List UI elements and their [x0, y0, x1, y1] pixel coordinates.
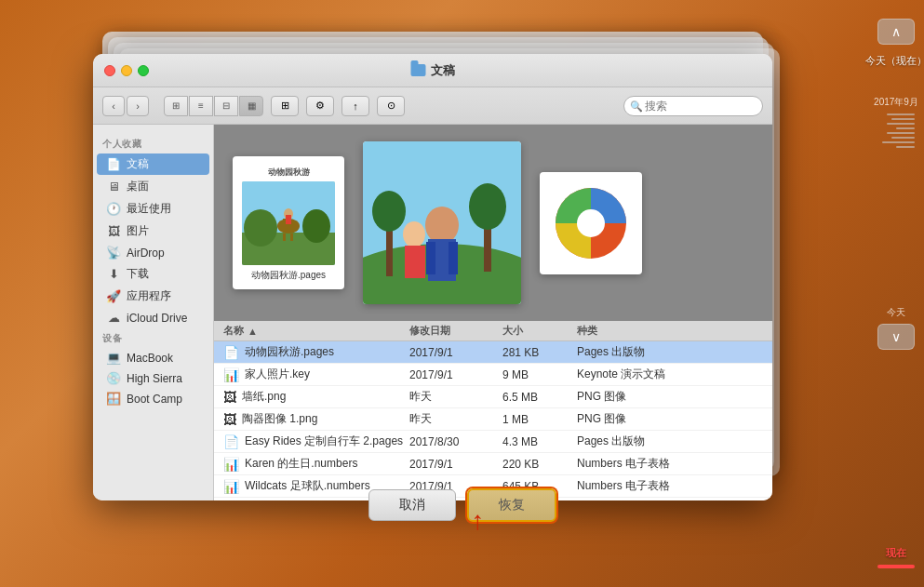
file-list-header: 名称 ▲ 修改日期 大小 种类 — [214, 321, 772, 341]
file-icon: 📊 — [223, 479, 239, 494]
file-name-cell: 📊 Karen 的生日.numbers — [223, 456, 409, 472]
photos-icon: 🖼 — [106, 224, 121, 238]
link-button[interactable]: ⊙ — [377, 96, 405, 116]
sidebar-item-documents[interactable]: 📄 文稿 — [97, 153, 209, 175]
restore-arrow-indicator: ↑ — [472, 506, 485, 536]
sidebar-item-desktop[interactable]: 🖥 桌面 — [97, 176, 209, 197]
sidebar-item-bootcamp[interactable]: 🪟 Boot Camp — [97, 389, 209, 408]
view-column-btn[interactable]: ⊟ — [214, 96, 238, 116]
search-input[interactable] — [623, 96, 763, 116]
title-bar: 文稿 — [93, 54, 772, 87]
file-list-area: 动物园秋游 — [214, 125, 772, 500]
svg-rect-14 — [426, 242, 435, 274]
applications-icon: 🚀 — [106, 289, 121, 303]
recents-icon: 🕐 — [106, 202, 121, 216]
finder-window: 文稿 ‹ › ⊞ ≡ ⊟ ▦ ⊞ ⚙ ↑ ⊙ 🔍 个人收藏 📄 — [93, 54, 772, 500]
preview-card-chart — [540, 172, 642, 274]
timeline-line — [887, 123, 915, 125]
sidebar-item-downloads[interactable]: ⬇ 下载 — [97, 263, 209, 285]
svg-point-21 — [372, 191, 406, 232]
file-list: 📄 动物园秋游.pages 2017/9/1 281 KB Pages 出版物 … — [214, 341, 772, 500]
cancel-button[interactable]: 取消 — [368, 489, 456, 521]
col-header-size: 大小 — [502, 324, 577, 338]
timeline-lines — [873, 113, 919, 301]
svg-point-2 — [244, 209, 277, 247]
file-icon: 🖼 — [223, 390, 236, 405]
table-row[interactable]: 📊 Karen 的生日.numbers 2017/9/1 220 KB Numb… — [214, 453, 772, 475]
timeline-line — [891, 118, 915, 120]
preview-card-pages: 动物园秋游 — [233, 156, 344, 289]
bootcamp-icon: 🪟 — [106, 392, 121, 406]
sidebar-item-applications[interactable]: 🚀 应用程序 — [97, 286, 209, 307]
timeline-line — [887, 113, 915, 115]
col-header-date: 修改日期 — [409, 324, 502, 338]
navigation-buttons: ‹ › — [102, 96, 149, 116]
minimize-button[interactable] — [121, 65, 132, 76]
sidebar-item-photos[interactable]: 🖼 图片 — [97, 220, 209, 242]
file-icon: 📊 — [223, 367, 239, 382]
file-name-cell: 🖼 墙纸.png — [223, 389, 409, 405]
window-title: 文稿 — [411, 62, 455, 79]
timeline-now-bar — [877, 565, 915, 568]
timeline-bar: ∧ 今天（现在） 2017年9月 今天 ∨ 现在 — [868, 0, 924, 587]
preview-card-photo — [363, 141, 521, 304]
svg-rect-17 — [405, 246, 425, 278]
file-name-cell: 📄 Easy Rides 定制自行车 2.pages — [223, 434, 409, 449]
table-row[interactable]: 📄 动物园秋游.pages 2017/9/1 281 KB Pages 出版物 — [214, 341, 772, 364]
svg-rect-9 — [286, 215, 291, 224]
timeline-today-label: 今天（现在） — [865, 54, 924, 68]
sidebar: 个人收藏 📄 文稿 🖥 桌面 🕐 最近使用 🖼 图片 📡 AirDrop — [93, 125, 214, 500]
gear-button[interactable]: ⚙ — [306, 96, 334, 116]
downloads-icon: ⬇ — [106, 267, 121, 281]
forward-button[interactable]: › — [127, 96, 149, 116]
file-icon: 📄 — [223, 345, 239, 360]
sidebar-section-devices: 设备 — [93, 328, 213, 347]
sidebar-section-favorites: 个人收藏 — [93, 134, 213, 153]
highsierra-icon: 💿 — [106, 371, 121, 385]
preview-filename: 动物园秋游.pages — [251, 269, 326, 282]
view-list-btn[interactable]: ≡ — [189, 96, 213, 116]
table-row[interactable]: 📄 Easy Rides 定制自行车 2.pages 2017/8/30 4.3… — [214, 431, 772, 453]
timeline-line — [896, 146, 915, 148]
macbook-icon: 💻 — [106, 351, 121, 365]
svg-point-12 — [425, 207, 459, 244]
view-buttons: ⊞ ≡ ⊟ ▦ — [164, 96, 263, 116]
sidebar-item-icloud[interactable]: ☁ iCloud Drive — [97, 308, 209, 327]
airdrop-icon: 📡 — [106, 246, 121, 260]
timeline-year-label: 2017年9月 — [874, 96, 918, 109]
col-header-name[interactable]: 名称 ▲ — [223, 324, 409, 338]
documents-icon: 📄 — [106, 157, 121, 171]
timeline-now-label: 现在 — [886, 546, 906, 560]
file-name-cell: 📄 动物园秋游.pages — [223, 344, 409, 360]
timeline-down-button[interactable]: ∨ — [877, 324, 915, 350]
table-row[interactable]: 🖼 墙纸.png 昨天 6.5 MB PNG 图像 — [214, 386, 772, 408]
back-button[interactable]: ‹ — [102, 96, 125, 116]
svg-point-3 — [302, 209, 330, 243]
table-row[interactable]: 🖼 陶器图像 1.png 昨天 1 MB PNG 图像 — [214, 408, 772, 431]
timeline-line — [882, 141, 915, 143]
table-row[interactable]: 📊 家人照片.key 2017/9/1 9 MB Keynote 演示文稿 — [214, 364, 772, 386]
sidebar-item-macbook[interactable]: 💻 MacBook — [97, 348, 209, 367]
timeline-line — [896, 127, 915, 129]
share-button[interactable]: ↑ — [341, 96, 369, 116]
grid-action-btn[interactable]: ⊞ — [271, 96, 299, 116]
close-button[interactable] — [104, 65, 115, 76]
timeline-up-button[interactable]: ∧ — [877, 19, 915, 45]
desktop-icon: 🖥 — [106, 180, 121, 193]
search-container: 🔍 — [623, 96, 763, 116]
sidebar-item-recents[interactable]: 🕐 最近使用 — [97, 198, 209, 220]
view-cover-btn[interactable]: ▦ — [239, 96, 263, 116]
toolbar: ‹ › ⊞ ≡ ⊟ ▦ ⊞ ⚙ ↑ ⊙ 🔍 — [93, 87, 772, 125]
svg-rect-6 — [283, 233, 286, 241]
file-name-cell: 🖼 陶器图像 1.png — [223, 411, 409, 427]
maximize-button[interactable] — [138, 65, 149, 76]
content-area: 个人收藏 📄 文稿 🖥 桌面 🕐 最近使用 🖼 图片 📡 AirDrop — [93, 125, 772, 500]
preview-area: 动物园秋游 — [214, 125, 772, 321]
view-icon-btn[interactable]: ⊞ — [164, 96, 188, 116]
svg-rect-15 — [449, 242, 458, 274]
timeline-line — [887, 132, 915, 134]
sidebar-item-highsierra[interactable]: 💿 High Sierra — [97, 368, 209, 388]
sidebar-item-airdrop[interactable]: 📡 AirDrop — [97, 243, 209, 262]
svg-point-24 — [577, 209, 605, 237]
svg-rect-7 — [290, 233, 293, 241]
